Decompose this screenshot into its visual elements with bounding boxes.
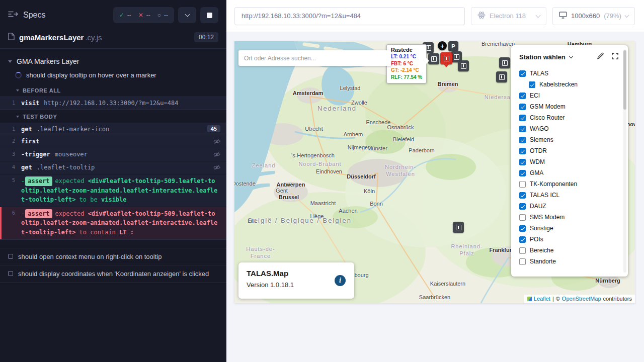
leaflet-map[interactable]: HamburgBremerhavenGroningenLeeuwardenBre… <box>234 41 635 303</box>
station-marker[interactable] <box>458 60 469 71</box>
checkbox-label: Sonstige <box>530 225 553 232</box>
station-marker[interactable] <box>496 71 507 82</box>
checkbox[interactable] <box>519 104 526 110</box>
command-row[interactable]: 5-assertexpected <div#leaflet-tooltip-50… <box>0 174 226 207</box>
checkbox[interactable] <box>519 159 526 165</box>
command-args: .leaflet-tooltip <box>37 163 95 171</box>
sidebar-header: Specs ✓--✕--○-- <box>0 0 226 30</box>
checkbox[interactable] <box>519 236 526 243</box>
command-name: visit <box>21 99 39 107</box>
station-marker[interactable] <box>453 222 464 233</box>
before-all-hook-header[interactable]: BEFORE ALL <box>0 83 226 97</box>
layer-checkbox-item[interactable]: DAUZ <box>519 201 619 212</box>
hidden-element-icon <box>213 137 220 146</box>
station-marker[interactable] <box>499 57 510 68</box>
checkbox-label: OTDR <box>530 147 547 154</box>
station-marker[interactable] <box>428 53 439 64</box>
map-place-label: Zeeland <box>252 162 276 169</box>
station-cabinet-icon <box>454 54 459 60</box>
attribution-copyright: © <box>556 296 560 302</box>
search-input[interactable] <box>244 55 386 62</box>
checkbox[interactable] <box>519 137 526 143</box>
layer-checkbox-item[interactable]: POIs <box>519 234 619 245</box>
assert-text: to contain <box>75 229 119 236</box>
checkbox-label: TK-Komponenten <box>530 180 577 188</box>
checkbox[interactable] <box>519 203 526 210</box>
suite-title: GMA Markers Layer <box>17 57 79 65</box>
layer-checkbox-item[interactable]: GSM Modem <box>519 101 619 112</box>
layer-checkbox-item[interactable]: OTDR <box>519 145 619 156</box>
map-place-label: Bremerhaven <box>481 41 515 48</box>
map-place-label: Bremen <box>438 81 458 88</box>
checkbox[interactable] <box>519 93 526 99</box>
browser-select[interactable]: Electron 118 <box>471 7 546 25</box>
command-row[interactable]: 3-triggermouseover <box>0 148 226 161</box>
test-body-hook-header[interactable]: TEST BODY <box>0 110 226 123</box>
checkbox-label: ECI <box>530 92 540 99</box>
suite-gma-markers-layer[interactable]: GMA Markers Layer <box>0 55 226 69</box>
command-row[interactable]: 1visithttp://192.168.10.33:3000/?m=12&u=… <box>0 97 226 109</box>
cluster-plus-marker[interactable]: + <box>438 41 447 50</box>
stop-run-button[interactable] <box>200 7 218 23</box>
layer-checkbox-item[interactable]: WDM <box>519 156 619 167</box>
command-row[interactable]: 2first <box>0 135 226 148</box>
command-args: mouseover <box>55 150 88 158</box>
checkbox[interactable] <box>519 70 526 77</box>
checkbox[interactable] <box>519 126 526 132</box>
running-test-row[interactable]: should display tooltip on hover over a m… <box>0 69 226 83</box>
layer-checkbox-item[interactable]: TALAS ICL <box>519 190 619 201</box>
checkbox[interactable] <box>519 214 526 221</box>
map-place-label: Bielefeld <box>393 136 414 143</box>
info-icon[interactable]: i <box>335 275 346 286</box>
layer-checkbox-item[interactable]: Bereiche <box>519 245 619 256</box>
checkbox[interactable] <box>519 170 526 176</box>
panel-scrollbar[interactable] <box>623 49 626 273</box>
station-cabinet-icon <box>461 63 466 69</box>
specs-menu[interactable]: Specs <box>8 11 45 20</box>
checkbox[interactable] <box>519 192 526 199</box>
layer-checkbox-item[interactable]: Cisco Router <box>519 112 619 123</box>
specs-list-icon <box>8 11 18 20</box>
checkbox[interactable] <box>519 258 526 265</box>
map-place-label: Amsterdam <box>293 90 324 97</box>
tooltip-measurement: LT: 0.21 °C <box>391 53 422 60</box>
command-row[interactable]: 4get.leaflet-tooltip <box>0 161 226 174</box>
layer-checkbox-item[interactable]: Siemens <box>519 134 619 145</box>
pending-test-row[interactable]: should open context menu on right-click … <box>0 248 226 265</box>
command-row[interactable]: 1get.leaflet-marker-icon45 <box>0 123 226 135</box>
station-select-dropdown[interactable]: Station wählen <box>519 53 573 61</box>
pending-test-row[interactable]: should display coordinates when 'Koordin… <box>0 265 226 283</box>
checkbox[interactable] <box>519 181 526 188</box>
layer-checkbox-item[interactable]: TALAS <box>519 68 619 79</box>
layer-checkbox-item[interactable]: ECI <box>519 90 619 101</box>
openstreetmap-link[interactable]: OpenStreetMap <box>562 296 601 302</box>
checkbox[interactable] <box>519 115 526 121</box>
map-place-label: Rheinland- Pfalz <box>451 243 482 257</box>
layer-checkbox-item[interactable]: GMA <box>519 167 619 178</box>
parking-marker[interactable]: P <box>448 41 458 51</box>
map-place-label: Kaiserslautern <box>430 281 465 288</box>
layer-checkbox-item[interactable]: Standorte <box>519 256 619 267</box>
layer-checkbox-item[interactable]: TK-Komponenten <box>519 178 619 190</box>
layer-checkbox-item[interactable]: WAGO <box>519 123 619 134</box>
leaflet-link[interactable]: Leaflet <box>534 296 550 302</box>
collapse-reporter-button[interactable] <box>178 7 196 23</box>
command-row[interactable]: 6-assertexpected <div#leaflet-tooltip-50… <box>0 207 226 239</box>
map-place-label: Saarbrücken <box>419 294 450 301</box>
checkbox[interactable] <box>519 148 526 154</box>
viewport-select[interactable]: 1000x660 (79%) <box>552 7 635 25</box>
checkbox[interactable] <box>519 247 526 254</box>
layer-checkbox-item[interactable]: Kabelstrecken <box>519 79 619 90</box>
command-log: GMA Markers Layer should display tooltip… <box>0 48 226 362</box>
checkbox[interactable] <box>519 225 526 232</box>
expand-fullscreen-icon[interactable] <box>611 52 619 62</box>
scrollbar-thumb[interactable] <box>623 50 626 110</box>
edit-pencil-icon[interactable] <box>597 52 604 62</box>
url-bar[interactable]: http://192.168.10.33:3000/?m=12&u=484 <box>234 7 465 25</box>
layer-checkbox-item[interactable]: Sonstige <box>519 223 619 234</box>
layer-checkbox-item[interactable]: SMS Modem <box>519 212 619 223</box>
spec-file-row[interactable]: gmaMarkersLayer .cy.js 00:12 <box>0 30 226 48</box>
selected-station-marker[interactable] <box>440 52 452 64</box>
spec-extension: .cy.js <box>85 33 102 42</box>
checkbox[interactable] <box>529 81 535 88</box>
